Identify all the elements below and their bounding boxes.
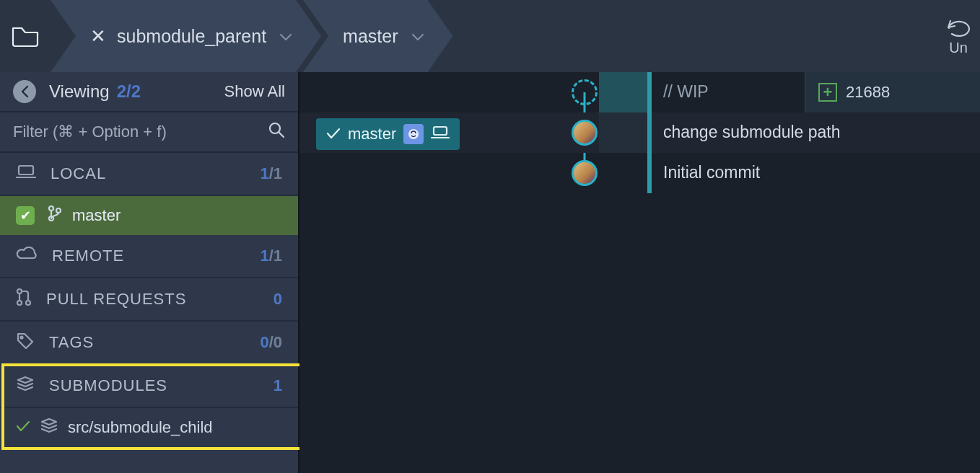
branch-name: master	[343, 26, 398, 47]
show-all-button[interactable]: Show All	[224, 82, 285, 101]
section-submodules[interactable]: SUBMODULES 1	[0, 365, 298, 408]
layers-icon	[40, 417, 58, 438]
plus-icon: +	[818, 83, 837, 102]
submodule-path: src/submodule_child	[68, 418, 213, 437]
section-count: 0/0	[260, 333, 282, 352]
section-label: PULL REQUESTS	[46, 290, 186, 309]
branch-label: master	[72, 206, 121, 225]
section-label: TAGS	[49, 333, 94, 352]
svg-rect-2	[19, 166, 33, 174]
svg-point-13	[408, 129, 419, 139]
section-local[interactable]: LOCAL 1/1	[0, 153, 298, 196]
check-icon	[16, 418, 30, 437]
chevron-down-icon[interactable]	[411, 27, 424, 45]
section-count: 1	[274, 376, 282, 395]
folder-icon[interactable]	[0, 25, 51, 48]
wip-row[interactable]: // WIP + 21688	[299, 72, 980, 112]
check-icon	[326, 125, 341, 143]
submodule-item[interactable]: src/submodule_child	[0, 408, 298, 447]
branch-tag[interactable]: master	[316, 118, 460, 150]
section-label: LOCAL	[51, 164, 106, 183]
close-icon[interactable]: ✕	[90, 25, 106, 48]
viewing-row: Viewing 2/2 Show All	[0, 72, 298, 112]
svg-point-10	[21, 337, 23, 339]
commit-message: change submodule path	[663, 123, 841, 142]
sidebar: Viewing 2/2 Show All LOCAL 1/1 ✔ master …	[0, 72, 299, 473]
filter-row	[0, 112, 298, 153]
chevron-down-icon[interactable]	[279, 27, 292, 45]
branch-master[interactable]: ✔ master	[0, 196, 298, 235]
section-pull-requests[interactable]: PULL REQUESTS 0	[0, 278, 298, 322]
pull-request-icon	[16, 288, 46, 311]
layers-icon	[16, 375, 49, 397]
top-bar: ✕ submodule_parent master Un	[0, 0, 980, 72]
checked-icon: ✔	[16, 206, 35, 225]
section-label: REMOTE	[52, 247, 124, 265]
app-icon	[403, 124, 424, 144]
undo-button[interactable]: Un	[944, 0, 973, 72]
section-remote[interactable]: REMOTE 1/1	[0, 235, 298, 278]
laptop-icon	[431, 125, 450, 143]
repo-name: submodule_parent	[117, 26, 266, 47]
wip-hash[interactable]: + 21688	[805, 72, 903, 112]
viewing-count: 2/2	[117, 81, 141, 102]
wip-node	[572, 79, 598, 105]
svg-rect-14	[434, 127, 447, 135]
section-label: SUBMODULES	[49, 376, 167, 395]
section-count: 0	[274, 290, 282, 309]
section-count: 1/1	[260, 247, 282, 265]
commit-row[interactable]: Initial commit	[299, 153, 980, 193]
svg-line-1	[279, 132, 284, 137]
commit-message: Initial commit	[663, 163, 760, 182]
wip-label: // WIP	[663, 82, 709, 102]
commit-avatar	[572, 120, 598, 146]
breadcrumb-repo[interactable]: ✕ submodule_parent	[51, 0, 321, 72]
viewing-label: Viewing	[49, 81, 110, 102]
section-count: 1/1	[260, 164, 282, 183]
commit-avatar	[572, 160, 598, 186]
back-button[interactable]	[13, 80, 36, 103]
branch-tag-label: master	[348, 125, 396, 143]
tag-icon	[16, 332, 49, 353]
search-icon[interactable]	[268, 121, 285, 143]
commit-graph: // WIP + 21688 change submodule path Ini…	[299, 72, 980, 473]
filter-input[interactable]	[13, 118, 268, 146]
breadcrumb-branch[interactable]: master	[303, 0, 452, 72]
section-tags[interactable]: TAGS 0/0	[0, 322, 298, 365]
branch-icon	[48, 205, 62, 226]
cloud-icon	[16, 247, 52, 265]
laptop-icon	[16, 164, 51, 184]
